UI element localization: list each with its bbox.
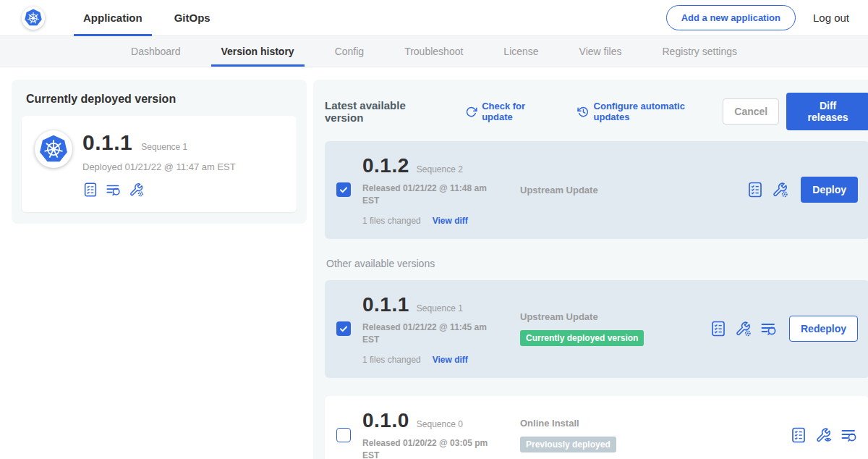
tab-application[interactable]: Application	[74, 0, 152, 36]
version-row-0-1-1: 0.1.1 Sequence 1 Released 01/21/22 @ 11:…	[325, 280, 868, 378]
checkmark-icon	[339, 185, 349, 195]
checkmark-icon	[339, 324, 349, 334]
version-number: 0.1.0	[362, 409, 409, 432]
sequence-label: Sequence 2	[417, 164, 463, 174]
release-notes-icon[interactable]	[790, 426, 807, 444]
edit-config-icon[interactable]	[735, 320, 752, 337]
version-row-0-1-2: 0.1.2 Sequence 2 Released 01/21/22 @ 11:…	[325, 141, 868, 239]
logout-link[interactable]: Log out	[813, 12, 849, 24]
version-number: 0.1.1	[362, 293, 409, 316]
view-logs-icon[interactable]	[841, 426, 858, 444]
edit-config-icon[interactable]	[772, 181, 789, 198]
kubernetes-logo-icon	[24, 9, 43, 28]
view-config-icon[interactable]	[815, 426, 833, 444]
previously-deployed-badge: Previously deployed	[520, 437, 616, 452]
deployed-version-card: 0.1.1 Sequence 1 Deployed 01/21/22 @ 11:…	[22, 116, 297, 212]
check-for-update-label: Check for update	[482, 101, 558, 122]
view-logs-icon[interactable]	[760, 320, 778, 337]
source-label: Upstream Update	[520, 185, 710, 195]
source-label: Upstream Update	[520, 311, 710, 322]
files-changed-label: 1 files changed	[362, 216, 421, 226]
deployed-sequence-label: Sequence 1	[141, 142, 187, 152]
release-notes-icon[interactable]	[82, 182, 98, 198]
version-info: 0.1.2 Sequence 2 Released 01/21/22 @ 11:…	[362, 154, 520, 226]
released-timestamp: Released 01/21/22 @ 11:45 am EST	[362, 321, 500, 347]
version-info: 0.1.1 Sequence 1 Released 01/21/22 @ 11:…	[362, 293, 520, 365]
subtab-view-files[interactable]: View files	[569, 36, 632, 67]
refresh-icon	[465, 106, 477, 118]
subtab-license[interactable]: License	[493, 36, 548, 67]
deployed-version-details: 0.1.1 Sequence 1 Deployed 01/21/22 @ 11:…	[82, 130, 236, 198]
cancel-button[interactable]: Cancel	[723, 98, 779, 125]
files-changed-label: 1 files changed	[362, 355, 421, 365]
subtab-troubleshoot[interactable]: Troubleshoot	[394, 36, 473, 67]
version-info: 0.1.0 Sequence 0 Released 01/20/22 @ 03:…	[362, 409, 520, 459]
diff-releases-button[interactable]: Diff releases	[786, 93, 868, 130]
add-new-application-button[interactable]: Add a new application	[666, 5, 796, 30]
version-source: Upstream Update	[520, 185, 710, 195]
kubernetes-logo-icon	[38, 134, 69, 164]
configure-automatic-updates-label: Configure automatic updates	[594, 101, 723, 122]
redeploy-button[interactable]: Redeploy	[789, 316, 858, 342]
clock-refresh-icon	[577, 106, 590, 118]
app-logo[interactable]	[22, 7, 45, 30]
sequence-label: Sequence 0	[417, 419, 463, 429]
version-checkbox[interactable]	[336, 428, 351, 442]
top-nav-tabs: Application GitOps	[74, 0, 220, 36]
configure-automatic-updates-link[interactable]: Configure automatic updates	[577, 101, 723, 122]
check-for-update-link[interactable]: Check for update	[465, 101, 558, 122]
latest-available-title: Latest available version	[325, 99, 446, 124]
view-diff-link[interactable]: View diff	[433, 216, 468, 226]
version-row-0-1-0: 0.1.0 Sequence 0 Released 01/20/22 @ 03:…	[325, 396, 868, 459]
source-label: Online Install	[520, 418, 710, 429]
version-actions	[790, 426, 858, 444]
deploy-button[interactable]: Deploy	[801, 177, 858, 203]
main-content: Currently deployed version 0.1.1 Sequenc…	[0, 67, 868, 459]
deployed-app-logo	[35, 130, 72, 168]
available-versions-header: Latest available version Check for updat…	[325, 93, 868, 130]
version-actions: Deploy	[746, 177, 858, 203]
version-source: Upstream Update Currently deployed versi…	[520, 311, 710, 346]
sequence-label: Sequence 1	[417, 303, 463, 313]
deployed-version-number: 0.1.1	[82, 130, 132, 155]
released-timestamp: Released 01/20/22 @ 03:05 pm EST	[362, 437, 500, 459]
currently-deployed-title: Currently deployed version	[26, 93, 292, 106]
deployed-timestamp: Deployed 01/21/22 @ 11:47 am EST	[82, 161, 236, 172]
tab-gitops[interactable]: GitOps	[165, 0, 220, 36]
version-actions: Redeploy	[710, 316, 858, 342]
version-checkbox[interactable]	[336, 321, 351, 336]
currently-deployed-badge: Currently deployed version	[520, 330, 644, 346]
version-source: Online Install Previously deployed	[520, 418, 710, 452]
subtab-registry-settings[interactable]: Registry settings	[652, 36, 747, 67]
view-logs-icon[interactable]	[106, 182, 122, 198]
app-sub-nav: Dashboard Version history Config Trouble…	[0, 36, 868, 67]
release-notes-icon[interactable]	[746, 181, 764, 198]
view-diff-link[interactable]: View diff	[433, 355, 468, 365]
currently-deployed-panel: Currently deployed version 0.1.1 Sequenc…	[12, 80, 307, 224]
card-gap	[325, 378, 868, 396]
available-versions-panel: Latest available version Check for updat…	[313, 80, 868, 459]
top-nav: Application GitOps Add a new application…	[0, 0, 868, 36]
version-number: 0.1.2	[362, 154, 409, 177]
version-checkbox[interactable]	[336, 182, 351, 197]
other-available-versions-title: Other available versions	[326, 258, 868, 269]
subtab-config[interactable]: Config	[325, 36, 374, 67]
released-timestamp: Released 01/21/22 @ 11:48 am EST	[362, 182, 500, 208]
subtab-version-history[interactable]: Version history	[211, 36, 305, 67]
edit-config-icon[interactable]	[129, 182, 145, 198]
subtab-dashboard[interactable]: Dashboard	[121, 36, 191, 67]
release-notes-icon[interactable]	[710, 320, 727, 337]
